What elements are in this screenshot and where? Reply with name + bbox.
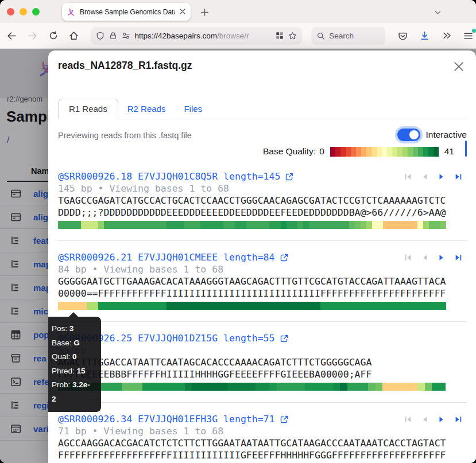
tab-files[interactable]: Files — [175, 99, 211, 119]
read-quality-string: DDDD;;;?DDDDDDDDDDDEEEDDDEEEEDDEEDDDDEEF… — [58, 207, 467, 219]
first-page-icon[interactable] — [404, 173, 412, 181]
read-info: 84 bp • Viewing bases 1 to 68 — [58, 263, 467, 275]
tooltip-row: Base: G — [52, 336, 94, 351]
next-page-icon[interactable] — [438, 254, 446, 262]
browser-tab[interactable]: Browse Sample Genomics Data — [62, 3, 191, 21]
external-link-icon[interactable] — [285, 172, 294, 181]
lock-icon[interactable] — [109, 32, 117, 40]
container-blocks-icon[interactable] — [276, 32, 284, 40]
preview-description: Previewing reads from this .fastq file — [58, 129, 213, 157]
downloads-icon[interactable] — [417, 28, 432, 43]
read-header-link[interactable]: @SRR000926.21 E7VJJQH01CMEEE length=84 — [58, 251, 289, 263]
search-bar[interactable]: Search — [311, 27, 385, 45]
read-sequence: AGACTTTGGACCATAATTCAATAGCACACCCAAAACAGAT… — [58, 356, 467, 368]
tab-title: Browse Sample Genomics Data — [80, 8, 175, 16]
tooltip-row: Phred: 15 — [52, 364, 94, 379]
tab-close-icon[interactable] — [179, 7, 186, 17]
browser-titlebar: Browse Sample Genomics Data — [0, 0, 476, 23]
tooltip-row: Qual: 0 — [52, 350, 94, 364]
modal-title: reads_NA12878_R1.fastq.gz — [58, 60, 192, 72]
url-text[interactable]: https://42basepairs.com/browse/r — [135, 32, 272, 40]
browser-toolbar: https://42basepairs.com/browse/r Search — [0, 23, 476, 49]
bookmark-star-icon[interactable] — [288, 32, 297, 40]
base-pager — [404, 173, 462, 181]
read-sequence: TGAGCCGAGATCATGCCACTGCACTCCAACCTGGGCAACA… — [58, 194, 467, 207]
read-block: @SRR000926.34 E7VJJQH01EFH3G length=71 7… — [58, 402, 467, 463]
url-bar[interactable]: https://42basepairs.com/browse/r — [91, 27, 303, 45]
read-quality-string: FFFFFFFFFFFFFFFFFFFFIIIIIIIIIIIIGFEEFFFH… — [58, 449, 467, 461]
permissions-icon[interactable] — [122, 32, 130, 40]
read-header-link[interactable]: @SRR000926.18 E7VJJQH01C8Q5R length=145 — [58, 170, 294, 182]
external-link-icon[interactable] — [280, 253, 289, 262]
legend-label: Base Quality: — [263, 146, 316, 157]
read-info: 55 bp — [58, 344, 467, 356]
read-quality-string: FFFFEEEEEBBBFFFFFFHIIIIIHHHHGGFEEEEFFFFG… — [58, 368, 467, 380]
quality-colormap-bar — [330, 147, 439, 157]
read-info: 145 bp • Viewing bases 1 to 68 — [58, 182, 467, 194]
read-block: @SRR000926.25 E7VJJQH01DZ15G length=55 5… — [58, 321, 467, 402]
prev-page-icon[interactable] — [421, 173, 429, 181]
modal-tab-bar: R1 Reads R2 Reads Files — [58, 99, 467, 119]
base-pager — [404, 254, 462, 262]
last-page-icon[interactable] — [454, 173, 462, 181]
close-window-button[interactable] — [7, 8, 14, 15]
next-page-icon[interactable] — [438, 415, 446, 423]
read-header-link[interactable]: @SRR000926.34 E7VJJQH01EFH3G length=71 — [58, 413, 289, 425]
tab-r2-reads[interactable]: R2 Reads — [118, 99, 175, 119]
reads-list: @SRR000926.18 E7VJJQH01C8Q5R length=145 … — [58, 162, 467, 463]
tab-r1-reads[interactable]: R1 Reads — [58, 99, 118, 119]
read-quality-string: 00000==FFFFFFFFFFFFIIIIIIIIIIIIIIIIIIIII… — [58, 287, 467, 299]
legend-max: 41 — [444, 146, 454, 157]
prev-page-icon[interactable] — [421, 254, 429, 262]
minimize-window-button[interactable] — [20, 8, 27, 15]
dna-favicon-icon — [67, 7, 76, 17]
zoom-window-button[interactable] — [32, 8, 40, 15]
read-info: 71 bp • Viewing bases 1 to 68 — [58, 425, 467, 437]
last-page-icon[interactable] — [454, 415, 462, 423]
home-button[interactable] — [65, 27, 83, 44]
new-tab-button[interactable] — [198, 5, 211, 19]
base-quality-legend: Base Quality: 0 41 — [263, 146, 454, 157]
base-pager — [404, 415, 462, 423]
traffic-lights — [7, 8, 40, 15]
tooltip-row: Pos: 3 — [52, 322, 94, 336]
browser-window: Browse Sample Genomics Data — [0, 0, 476, 463]
read-sequence: GGGGGAATGCTTGAAAGACACATAAAGGGTAAGCAGACTT… — [58, 275, 467, 287]
quality-heatmap[interactable] — [58, 221, 446, 229]
toggle-knob — [409, 130, 419, 139]
base-quality-tooltip: Pos: 3 Base: G Qual: 0 Phred: 15 Prob: 3… — [48, 317, 101, 412]
search-icon — [317, 32, 324, 40]
legend-min: 0 — [319, 146, 324, 157]
menu-notification-dot — [472, 29, 476, 33]
extensions-overflow-icon[interactable] — [439, 28, 454, 43]
read-sequence: AGCCAAGGACACGACATCTCTCTTCTTGGAATAATAATTG… — [58, 437, 467, 449]
quality-heatmap[interactable] — [58, 383, 446, 391]
search-placeholder: Search — [329, 32, 354, 40]
modal-close-icon[interactable] — [453, 61, 465, 75]
quality-heatmap[interactable] — [58, 302, 446, 310]
first-page-icon[interactable] — [404, 254, 412, 262]
external-link-icon[interactable] — [280, 334, 289, 343]
tooltip-row: Prob: 3.2e-2 — [52, 378, 94, 406]
first-page-icon[interactable] — [404, 415, 412, 423]
list-tabs-chevron-icon[interactable] — [431, 5, 444, 19]
interactive-label: Interactive — [425, 130, 467, 140]
modal-scrollbar-thumb[interactable] — [465, 141, 467, 157]
read-block: @SRR000926.21 E7VJJQH01CMEEE length=84 8… — [58, 240, 467, 321]
menu-hamburger-icon[interactable] — [461, 28, 476, 43]
next-page-icon[interactable] — [438, 173, 446, 181]
read-block: @SRR000926.18 E7VJJQH01C8Q5R length=145 … — [58, 162, 467, 240]
last-page-icon[interactable] — [454, 254, 462, 262]
shield-icon[interactable] — [96, 32, 105, 40]
back-button[interactable] — [3, 27, 21, 44]
file-preview-modal: reads_NA12878_R1.fastq.gz R1 Reads R2 Re… — [48, 50, 476, 463]
interactive-toggle[interactable] — [397, 129, 420, 141]
prev-page-icon[interactable] — [421, 415, 429, 423]
external-link-icon[interactable] — [280, 415, 289, 424]
reload-button[interactable] — [45, 27, 62, 44]
forward-button[interactable] — [24, 27, 41, 44]
pocket-icon[interactable] — [396, 28, 411, 43]
